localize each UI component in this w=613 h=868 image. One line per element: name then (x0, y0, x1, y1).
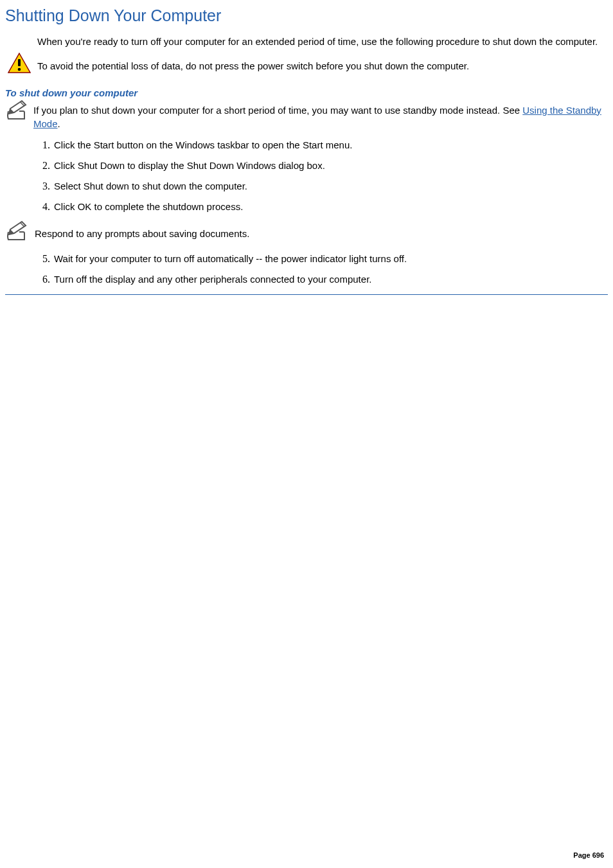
steps-list-part2: Wait for your computer to turn off autom… (27, 253, 608, 285)
standby-note-prefix: If you plan to shut down your computer f… (33, 105, 522, 116)
page-title: Shutting Down Your Computer (5, 6, 608, 25)
save-prompts-note: Respond to any prompts about saving docu… (5, 222, 608, 244)
caution-text: To avoid the potential loss of data, do … (37, 55, 608, 73)
warning-icon (8, 53, 31, 76)
step-1-text: Click the Start button on the Windows ta… (54, 139, 352, 150)
step-1: Click the Start button on the Windows ta… (53, 139, 608, 151)
procedure-heading: To shut down your computer (5, 87, 608, 98)
svg-rect-1 (18, 59, 21, 66)
pencil-note-icon (5, 100, 31, 125)
step-3-text: Select Shut down to shut down the comput… (54, 181, 247, 191)
step-5-text: Wait for your computer to turn off autom… (54, 253, 407, 264)
step-2: Click Shut Down to display the Shut Down… (53, 160, 608, 172)
intro-paragraph: When you're ready to turn off your compu… (37, 35, 608, 49)
step-4: Click OK to complete the shutdown proces… (53, 201, 608, 213)
step-5: Wait for your computer to turn off autom… (53, 253, 608, 265)
step-2-text: Click Shut Down to display the Shut Down… (54, 160, 325, 171)
step-6-text: Turn off the display and any other perip… (54, 274, 371, 285)
step-4-text: Click OK to complete the shutdown proces… (54, 201, 243, 212)
save-prompts-text: Respond to any prompts about saving docu… (35, 222, 608, 239)
step-3: Select Shut down to shut down the comput… (53, 181, 608, 192)
svg-point-2 (18, 67, 21, 71)
caution-note: To avoid the potential loss of data, do … (5, 55, 608, 76)
pencil-note-icon (5, 220, 31, 244)
standby-note-suffix: . (58, 118, 60, 129)
section-divider (5, 294, 608, 295)
steps-list-part1: Click the Start button on the Windows ta… (27, 139, 608, 213)
step-6: Turn off the display and any other perip… (53, 274, 608, 285)
standby-note: If you plan to shut down your computer f… (5, 103, 608, 130)
